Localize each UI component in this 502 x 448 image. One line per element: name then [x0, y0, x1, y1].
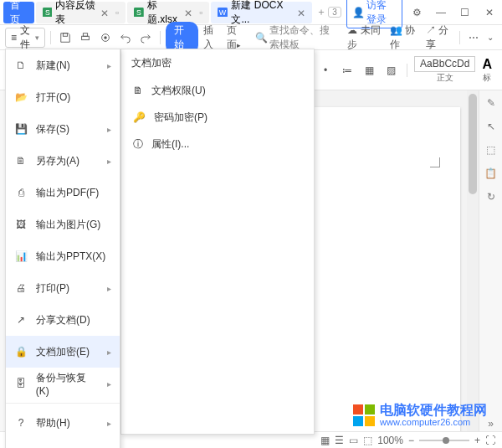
- style-heading-partial[interactable]: A 标: [479, 55, 495, 85]
- menu-encrypt[interactable]: 🔒文档加密(E)▸: [6, 336, 120, 368]
- main-toolbar: ≡文件▾ 开始 插入 页面▸ 🔍 查找命令、搜索模板 ☁ 未同步 👥 协作 ↗ …: [0, 25, 502, 50]
- page-corner-mark: [430, 157, 440, 167]
- menu-export-pptx[interactable]: 📊输出为PPTX(X): [6, 240, 120, 272]
- properties-icon: ⓘ: [133, 137, 143, 152]
- zoom-slider[interactable]: [419, 440, 469, 441]
- submenu-header: 文档加密: [121, 49, 314, 77]
- tab-divider-icon: ▫: [199, 7, 202, 18]
- tab-page[interactable]: 页面▸: [223, 23, 249, 52]
- menu-save-as[interactable]: 🗎另存为(A)▸: [6, 145, 120, 177]
- svg-text:W: W: [219, 8, 227, 16]
- svg-rect-7: [82, 36, 90, 39]
- submenu-properties[interactable]: ⓘ属性(I)...: [121, 131, 314, 157]
- app-menu-button[interactable]: ≡文件▾: [5, 28, 45, 48]
- menu-save[interactable]: 💾保存(S)▸: [6, 113, 120, 145]
- chevron-down-icon[interactable]: ⌄: [484, 28, 497, 47]
- new-tab-button[interactable]: ＋: [314, 4, 328, 21]
- menu-options[interactable]: ☰选项(L): [6, 439, 120, 448]
- style-normal[interactable]: AaBbCcDd 正文: [414, 56, 475, 84]
- xls-icon: S: [134, 7, 144, 18]
- scrollbar-thumb[interactable]: [469, 94, 477, 194]
- side-toolbar: ✎ ↖ ⬚ 📋 ↻ »: [479, 90, 502, 431]
- menu-print[interactable]: 🖨打印(P)▸: [6, 272, 120, 304]
- svg-rect-13: [353, 416, 363, 426]
- close-icon[interactable]: ✕: [100, 8, 109, 18]
- bullets-button[interactable]: •: [316, 61, 335, 80]
- close-icon[interactable]: ✕: [297, 8, 305, 18]
- numbered-button[interactable]: ≔: [338, 61, 356, 80]
- fullscreen-button[interactable]: ⛶: [485, 435, 495, 446]
- help-icon: ?: [14, 416, 28, 430]
- perm-icon: 🗎: [133, 85, 143, 96]
- search-placeholder: 查找命令、搜索模板: [269, 23, 337, 52]
- divider: [407, 64, 407, 77]
- submenu-permissions[interactable]: 🗎文档权限(U): [121, 77, 314, 104]
- clipboard-icon[interactable]: 📋: [484, 166, 499, 181]
- arrow-icon[interactable]: ↖: [484, 119, 499, 134]
- svg-rect-11: [353, 404, 363, 415]
- settings-icon[interactable]: ⚙: [407, 4, 427, 21]
- print-button[interactable]: [76, 28, 95, 47]
- collab-button[interactable]: 👥 协作: [387, 23, 421, 52]
- menu-export-pdf[interactable]: ⎙输出为PDF(F): [6, 177, 120, 209]
- watermark-url: www.computer26.com: [380, 417, 487, 427]
- sync-button[interactable]: ☁ 未同步: [344, 23, 384, 52]
- svg-rect-14: [365, 416, 375, 426]
- lock-icon: 🔒: [14, 345, 28, 358]
- share-icon: ↗: [14, 313, 28, 327]
- tab-label: 内容反馈表: [55, 0, 97, 27]
- menu-export-image[interactable]: 🖼输出为图片(G): [6, 209, 120, 240]
- borders-button[interactable]: ▦: [360, 61, 378, 80]
- watermark-text: 电脑软硬件教程网: [380, 404, 487, 417]
- tab-sheet-2[interactable]: S 标题.xlsx ✕ ▫: [127, 2, 209, 23]
- submenu-password-encrypt[interactable]: 🔑密码加密(P): [121, 104, 314, 131]
- tab-sheet-1[interactable]: S 内容反馈表 ✕ ▫: [36, 2, 126, 23]
- pptx-icon: 📊: [14, 250, 28, 263]
- chevron-right-icon: ▸: [107, 348, 111, 357]
- chevron-right-icon: ▸: [107, 284, 111, 293]
- pencil-icon[interactable]: ✎: [484, 95, 499, 111]
- tab-insert[interactable]: 插入: [200, 23, 223, 52]
- share-button[interactable]: ↗ 分享: [423, 23, 455, 52]
- svg-text:S: S: [136, 8, 141, 16]
- menu-help[interactable]: ?帮助(H)▸: [6, 407, 120, 439]
- undo-button[interactable]: [116, 28, 135, 47]
- preview-button[interactable]: [96, 28, 115, 47]
- svg-rect-12: [365, 404, 375, 415]
- view-web-button[interactable]: ▭: [349, 435, 358, 446]
- view-page-button[interactable]: ▦: [320, 435, 330, 446]
- menu-open[interactable]: 📂打开(O): [6, 81, 120, 113]
- refresh-icon[interactable]: ↻: [484, 189, 499, 204]
- chevron-down-icon: ▾: [35, 33, 39, 42]
- chevron-right-icon: ▸: [107, 379, 111, 389]
- divider: [50, 31, 51, 44]
- user-icon: 👤: [352, 7, 365, 18]
- view-reading-button[interactable]: ⬚: [363, 435, 372, 446]
- backup-icon: 🗄: [14, 377, 28, 390]
- tab-home[interactable]: 首页: [3, 2, 34, 23]
- select-icon[interactable]: ⬚: [484, 142, 499, 157]
- chevron-right-icon: ▸: [107, 419, 111, 428]
- shading-button[interactable]: ▨: [382, 61, 400, 80]
- file-menu: 🗋新建(N)▸ 📂打开(O) 💾保存(S)▸ 🗎另存为(A)▸ ⎙输出为PDF(…: [5, 49, 120, 448]
- close-button[interactable]: ✕: [479, 4, 499, 21]
- close-icon[interactable]: ✕: [184, 8, 192, 18]
- zoom-out-button[interactable]: −: [408, 435, 414, 446]
- notification-badge[interactable]: 3: [328, 7, 341, 18]
- key-icon: 🔑: [133, 111, 146, 123]
- view-outline-button[interactable]: ☰: [335, 435, 344, 446]
- redo-button[interactable]: [136, 28, 155, 47]
- maximize-button[interactable]: ☐: [455, 4, 474, 21]
- save-button[interactable]: [56, 28, 74, 47]
- minimize-button[interactable]: —: [432, 4, 451, 21]
- doc-icon: W: [218, 7, 228, 18]
- zoom-in-button[interactable]: +: [474, 435, 480, 446]
- menu-share[interactable]: ↗分享文档(D): [6, 304, 120, 336]
- menu-new[interactable]: 🗋新建(N)▸: [6, 49, 120, 81]
- pdf-icon: ⎙: [14, 186, 28, 199]
- zoom-level[interactable]: 100%: [377, 435, 403, 446]
- cloud-icon: ☁: [347, 24, 357, 36]
- vertical-scrollbar[interactable]: [467, 90, 479, 431]
- menu-backup[interactable]: 🗄备份与恢复(K)▸: [6, 368, 120, 399]
- ribbon-collapse-button[interactable]: ⋯: [465, 28, 482, 47]
